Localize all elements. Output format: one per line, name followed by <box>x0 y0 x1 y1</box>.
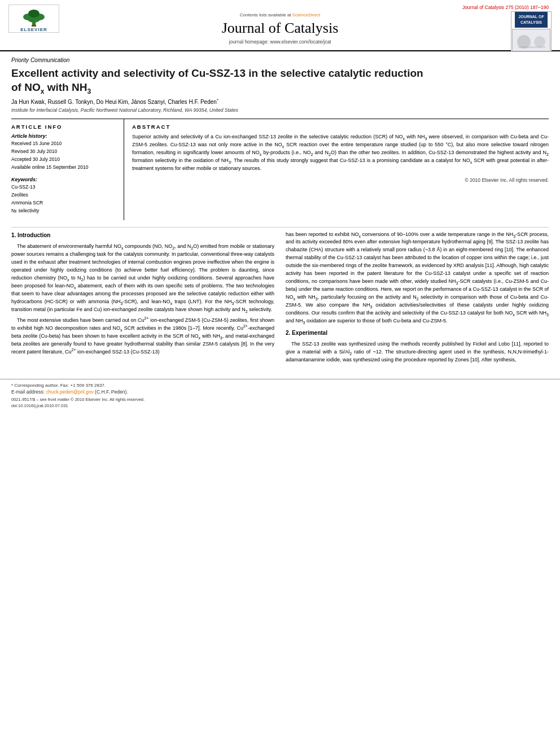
body-right-column: has been reported to exhibit NOx convers… <box>286 231 549 368</box>
body-columns: 1. Introduction The abatement of environ… <box>11 231 549 368</box>
journal-homepage: journal homepage: www.elsevier.com/locat… <box>0 39 560 45</box>
footnote-star: * Corresponding author. Fax: +1 509 376 … <box>11 383 549 388</box>
keyword-4: N₂ selectivity <box>11 208 118 215</box>
section1-heading: 1. Introduction <box>11 231 274 240</box>
section1-para2: The most extensive studies have been car… <box>11 317 274 356</box>
affiliation: Institute for Interfacial Catalysis, Pac… <box>11 107 549 113</box>
abstract-column: ABSTRACT Superior activity and selectivi… <box>124 119 549 220</box>
joc-logo-text: JOURNAL OF CATALYSIS <box>515 12 547 28</box>
elsevier-logo-area: ELSEVIER <box>8 5 59 34</box>
body-left-column: 1. Introduction The abatement of environ… <box>11 231 274 368</box>
keyword-3: Ammonia SCR <box>11 200 118 207</box>
page-footer: * Corresponding author. Fax: +1 509 376 … <box>0 379 560 413</box>
keyword-1: Cu-SSZ-13 <box>11 184 118 191</box>
authors: Ja Hun Kwak, Russell G. Tonkyn, Do Heui … <box>11 99 549 105</box>
section1-para1: The abatement of environmentally harmful… <box>11 243 274 313</box>
article-meta-grid: ARTICLE INFO Article history: Received 1… <box>11 119 549 220</box>
history-label: Article history: <box>11 133 118 139</box>
section-divider <box>11 227 549 228</box>
section2-heading: 2. Experimental <box>286 329 549 338</box>
received-date: Received 15 June 2010 <box>11 141 118 147</box>
sciencedirect-line: Contents lists available at ScienceDirec… <box>0 12 560 18</box>
section2-para1: The SSZ-13 zeolite was synthesized using… <box>286 340 549 364</box>
journal-cover-icon <box>513 29 550 51</box>
page: ELSEVIER JOURNAL OF CATALYSIS Journal of… <box>0 0 560 747</box>
main-content: Priority Communication Excellent activit… <box>0 51 560 373</box>
email-row: E-mail address: chuck.peden@pnl.gov (C.H… <box>11 389 549 396</box>
accepted-date: Accepted 30 July 2010 <box>11 156 118 163</box>
journal-header: ELSEVIER JOURNAL OF CATALYSIS Journal of… <box>0 0 560 51</box>
section1-right-para1: has been reported to exhibit NOx convers… <box>286 231 549 325</box>
available-date: Available online 15 September 2010 <box>11 164 118 171</box>
journal-title: Journal of Catalysis <box>0 20 560 37</box>
revised-date: Revised 30 July 2010 <box>11 148 118 155</box>
footer-doi-row: doi:10.1016/j.jcat.2010.07.031 <box>11 403 549 408</box>
elsevier-tree-icon <box>11 6 56 27</box>
keywords-label: Keywords: <box>11 177 118 182</box>
journal-logo-box: JOURNAL OF CATALYSIS <box>511 11 552 52</box>
footer-copyright-row: 0021-9517/$ – see front matter © 2010 El… <box>11 397 549 402</box>
section-label: Priority Communication <box>11 57 549 63</box>
svg-rect-9 <box>518 46 545 48</box>
svg-point-4 <box>28 10 40 18</box>
article-info-header: ARTICLE INFO <box>11 124 118 130</box>
keyword-2: Zeolites <box>11 192 118 199</box>
keywords-section: Keywords: Cu-SSZ-13 Zeolites Ammonia SCR… <box>11 177 118 215</box>
abstract-text: Superior activity and selectivity of a C… <box>132 133 549 173</box>
article-title: Excellent activity and selectivity of Cu… <box>11 67 549 94</box>
journal-reference: Journal of Catalysis 275 (2010) 187–190 <box>0 5 560 10</box>
abstract-header: ABSTRACT <box>132 124 549 130</box>
copyright-notice: © 2010 Elsevier Inc. All rights reserved… <box>132 177 549 183</box>
svg-point-8 <box>534 36 545 47</box>
svg-rect-5 <box>32 25 36 27</box>
article-info-column: ARTICLE INFO Article history: Received 1… <box>11 119 124 220</box>
